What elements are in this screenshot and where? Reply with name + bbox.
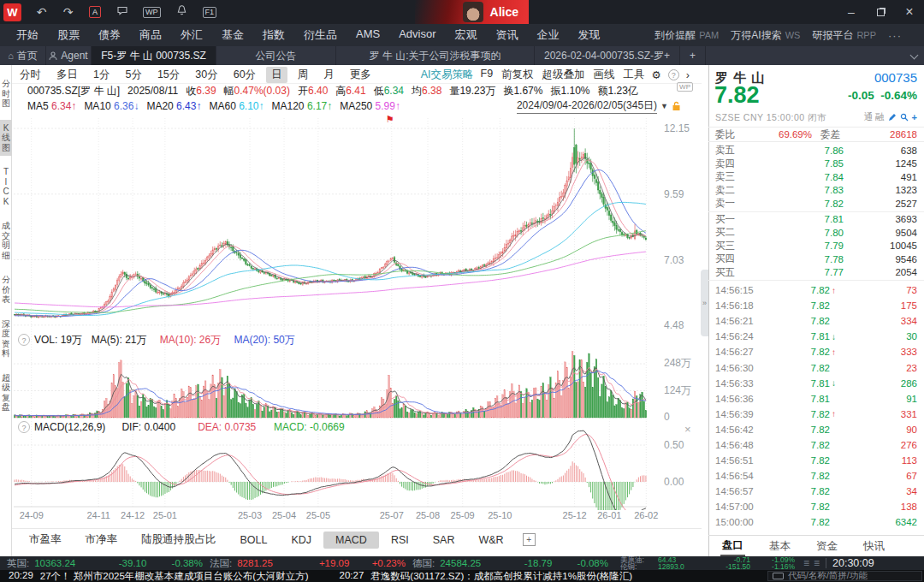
- quick-link-RPP[interactable]: 研报平台: [812, 28, 853, 43]
- period-tab-30分[interactable]: 30分: [187, 68, 225, 82]
- screenshot-icon[interactable]: A: [89, 6, 101, 18]
- menu-item-宏观[interactable]: 宏观: [446, 27, 487, 43]
- close-button[interactable]: ×: [895, 0, 924, 24]
- bid-row-买一[interactable]: 买一7.813693: [708, 213, 924, 227]
- bid-row-买三[interactable]: 买三7.7910045: [708, 240, 924, 253]
- menu-item-股票[interactable]: 股票: [48, 27, 89, 43]
- period-tab-分时[interactable]: 分时: [12, 68, 49, 82]
- edit-pencil-icon[interactable]: [888, 113, 897, 122]
- tab-list-chevron-icon[interactable]: [910, 51, 919, 60]
- unlock-icon[interactable]: [672, 101, 681, 111]
- chart-action-前复权[interactable]: 前复权: [501, 68, 534, 82]
- menu-item-商品[interactable]: 商品: [130, 27, 171, 43]
- workspace-tab-1[interactable]: Agent: [46, 46, 92, 65]
- new-tab-button[interactable]: +: [680, 46, 706, 65]
- gear-icon[interactable]: ⚙: [652, 68, 661, 81]
- more-options-icon[interactable]: ···: [888, 29, 902, 42]
- menu-item-衍生品[interactable]: 衍生品: [294, 27, 346, 43]
- workspace-tab-4[interactable]: 罗 牛 山:关于公司涉税事项的: [336, 46, 535, 65]
- sidebar-item-深度资料[interactable]: 深度资料: [0, 316, 12, 362]
- ask-row-卖五[interactable]: 卖五7.86638: [708, 144, 924, 157]
- ask-row-卖四[interactable]: 卖四7.851245: [708, 157, 924, 171]
- menu-item-基金[interactable]: 基金: [212, 27, 253, 43]
- quote-tab-资金[interactable]: 资金: [814, 537, 839, 555]
- indicator-tab-市净率[interactable]: 市净率: [74, 530, 130, 549]
- news-ticker-bar[interactable]: 20:2927个！ 郑州市2025年棚改基本建成项目台账公布(大河财立方)20:…: [0, 570, 924, 582]
- indicator-tab-SAR[interactable]: SAR: [421, 532, 467, 549]
- menu-item-资讯[interactable]: 资讯: [487, 27, 528, 43]
- indicator-tab-市盈率[interactable]: 市盈率: [17, 530, 74, 549]
- indicator-tab-陆股通持股占比[interactable]: 陆股通持股占比: [129, 530, 228, 549]
- notification-bell-icon[interactable]: [169, 0, 195, 24]
- quote-tab-快讯[interactable]: 快讯: [862, 537, 886, 555]
- news-text-1[interactable]: 君逸数码(301172.SZ)：成都高创投累计减持1%股份(格隆汇): [370, 570, 632, 582]
- indicator-tab-KDJ[interactable]: KDJ: [279, 532, 323, 549]
- period-tab-1分[interactable]: 1分: [86, 68, 117, 82]
- workspace-tab-5[interactable]: 2026-02-04-000735.SZ-罗+: [535, 46, 680, 65]
- indicator-tab-W&R[interactable]: W&R: [466, 532, 515, 549]
- workspace-tab-2[interactable]: F5-罗 牛 山 000735.SZ: [92, 46, 216, 65]
- event-flag-icon[interactable]: ⚑: [386, 114, 394, 125]
- period-tab-日[interactable]: 日: [266, 67, 287, 83]
- date-range-control[interactable]: 2024/09/04-2026/02/05(345日) ▼: [517, 98, 681, 114]
- indicator-tab-RSI[interactable]: RSI: [379, 532, 421, 549]
- feedback-icon[interactable]: [109, 0, 135, 24]
- period-tab-15分[interactable]: 15分: [150, 68, 187, 82]
- sidebar-item-超级复盘[interactable]: 超级复盘: [0, 370, 12, 416]
- macd-panel-close-icon[interactable]: ×: [684, 423, 691, 436]
- date-range-dropdown-icon[interactable]: ▼: [660, 102, 668, 110]
- period-tab-月[interactable]: 月: [316, 68, 342, 82]
- period-tab-多日[interactable]: 多日: [49, 68, 86, 82]
- undo-icon[interactable]: ↶: [28, 0, 55, 24]
- wp-mini-icon[interactable]: WP: [677, 82, 693, 92]
- period-tab-60分[interactable]: 60分: [226, 68, 264, 82]
- menu-item-指数[interactable]: 指数: [253, 27, 294, 43]
- sidebar-item-成交明细[interactable]: 成交明细: [0, 217, 12, 264]
- add-indicator-button[interactable]: +: [523, 533, 536, 546]
- magnifier-icon[interactable]: [900, 113, 909, 122]
- wind-logo[interactable]: W: [3, 3, 21, 21]
- wp-icon[interactable]: WP: [143, 7, 161, 18]
- menu-item-债券[interactable]: 债券: [89, 27, 130, 43]
- collapse-panel-handle[interactable]: »: [701, 270, 708, 336]
- chart-action-F9[interactable]: F9: [481, 68, 494, 82]
- indicator-tab-BOLL[interactable]: BOLL: [228, 532, 280, 549]
- menu-item-AMS[interactable]: AMS: [346, 27, 389, 43]
- ask-row-卖三[interactable]: 卖三7.84491: [708, 170, 924, 184]
- chart-action-工具[interactable]: 工具: [624, 68, 645, 82]
- chart-action-画线[interactable]: 画线: [594, 68, 615, 82]
- sidebar-item-TICK[interactable]: TICK: [0, 163, 12, 210]
- menu-item-外汇[interactable]: 外汇: [171, 27, 212, 43]
- menu-item-发现[interactable]: 发现: [569, 27, 610, 43]
- quick-link-PAM[interactable]: 到价提醒: [654, 28, 696, 43]
- add-icon[interactable]: +: [912, 112, 917, 122]
- global-index-bar[interactable]: 英国:10363.24-39.10-0.38%法国:8281.25+19.09+…: [0, 556, 924, 570]
- quote-tab-盘口[interactable]: 盘口: [720, 537, 745, 556]
- period-tab-更多[interactable]: 更多: [342, 68, 379, 82]
- bid-row-买五[interactable]: 买五7.772054: [708, 266, 924, 280]
- menu-item-Advisor[interactable]: Advisor: [389, 27, 445, 43]
- kline-chart[interactable]: 12.159.597.034.48248万124万00.500.00?VOL: …: [12, 114, 702, 526]
- ai-strategy-button[interactable]: AI交易策略: [421, 68, 474, 82]
- sidebar-item-分价表[interactable]: 分价表: [0, 271, 12, 308]
- indicator-tab-MACD[interactable]: MACD: [323, 532, 379, 549]
- period-tab-5分[interactable]: 5分: [117, 68, 149, 82]
- quote-tab-基本[interactable]: 基本: [767, 537, 792, 555]
- bid-row-买四[interactable]: 买四7.789546: [708, 252, 924, 266]
- minimize-button[interactable]: –: [837, 0, 866, 24]
- news-text-0[interactable]: 27个！ 郑州市2025年棚改基本建成项目台账公布(大河财立方): [40, 570, 309, 582]
- workspace-tab-0[interactable]: ⌂首页: [0, 46, 46, 65]
- sidebar-item-分时图[interactable]: 分时图: [0, 75, 12, 112]
- ask-row-卖一[interactable]: 卖一7.822527: [708, 197, 924, 211]
- list-view-icon-2[interactable]: ≡: [814, 557, 820, 569]
- list-view-icon[interactable]: ≡: [803, 557, 809, 569]
- menu-item-开始[interactable]: 开始: [7, 27, 48, 43]
- period-tab-周[interactable]: 周: [290, 68, 317, 82]
- maximize-button[interactable]: [866, 0, 895, 24]
- time-and-sales[interactable]: 14:56:157.82↑7314:56:187.8217514:56:217.…: [708, 282, 924, 531]
- chart-action-超级叠加[interactable]: 超级叠加: [542, 68, 585, 82]
- redo-icon[interactable]: ↷: [55, 0, 81, 24]
- sidebar-item-K线图[interactable]: K线图: [0, 120, 12, 157]
- chevron-right-icon[interactable]: ›: [686, 69, 690, 81]
- help-icon[interactable]: ?: [668, 69, 679, 80]
